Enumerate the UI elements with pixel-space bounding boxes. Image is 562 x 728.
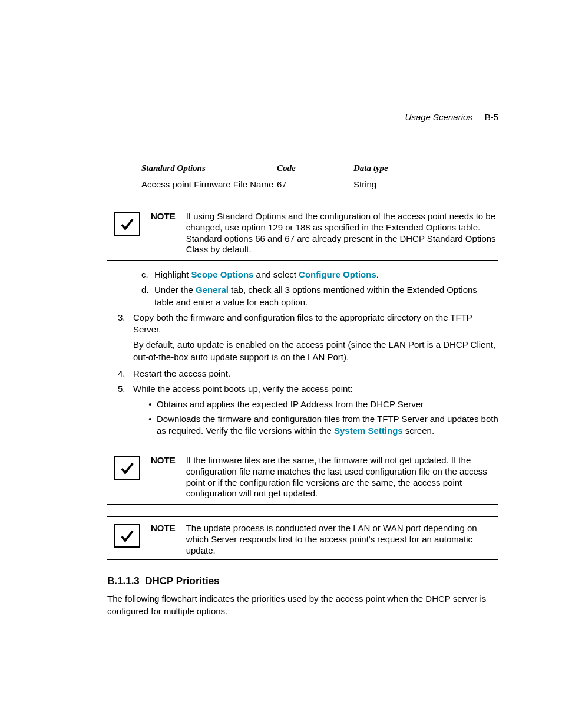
bullet-list: • Obtains and applies the expected IP Ad… <box>107 398 498 437</box>
list-text: Under the General tab, check all 3 optio… <box>154 284 498 308</box>
options-table: Standard Options Code Data type Access p… <box>141 163 459 193</box>
body-paragraph: The following flowchart indicates the pr… <box>107 593 498 617</box>
note-text: If the firmware files are the same, the … <box>186 455 498 499</box>
section-title: DHCP Priorities <box>145 575 219 587</box>
table-cell: Access point Firmware File Name <box>141 179 277 193</box>
note-label: NOTE <box>151 455 176 465</box>
ui-term: Configure Options <box>299 269 376 279</box>
note-text: If using Standard Options and the config… <box>186 211 498 255</box>
header-page-number: B-5 <box>485 112 498 122</box>
checkmark-icon <box>114 456 140 480</box>
list-marker: d. <box>141 284 154 308</box>
list-marker: 3. <box>118 312 133 336</box>
ui-term: Scope Options <box>191 269 254 279</box>
table-cell: String <box>353 179 459 193</box>
checkmark-icon <box>114 524 140 548</box>
bullet-marker: • <box>144 398 157 410</box>
table-header-cell: Code <box>277 163 353 179</box>
page-header: Usage Scenarios B-5 <box>107 112 498 122</box>
list-item: • Downloads the firmware and configurati… <box>144 413 498 437</box>
numbered-list: 3. Copy both the firmware and configurat… <box>107 312 498 396</box>
list-item: • Obtains and applies the expected IP Ad… <box>144 398 498 410</box>
ui-term: System Settings <box>334 426 403 436</box>
list-text: While the access point boots up, verify … <box>133 383 353 395</box>
list-marker: 4. <box>118 368 133 380</box>
note-label: NOTE <box>151 523 176 533</box>
list-text: Obtains and applies the expected IP Addr… <box>157 398 424 410</box>
table-cell: 67 <box>277 179 353 193</box>
sub-paragraph: By default, auto update is enabled on th… <box>133 339 498 363</box>
ui-term: General <box>196 285 229 295</box>
list-text: Downloads the firmware and configuration… <box>157 413 498 437</box>
table-row: Access point Firmware File Name 67 Strin… <box>141 179 459 193</box>
header-section: Usage Scenarios <box>405 112 472 122</box>
table-header-row: Standard Options Code Data type <box>141 163 459 179</box>
list-item: 3. Copy both the firmware and configurat… <box>118 312 498 336</box>
checkmark-icon <box>114 212 140 236</box>
list-marker: 5. <box>118 383 133 395</box>
list-text: Highlight Scope Options and select Confi… <box>154 269 379 281</box>
note-label: NOTE <box>151 211 176 221</box>
note-block: NOTE If using Standard Options and the c… <box>107 205 498 261</box>
note-text: The update process is conducted over the… <box>186 523 498 556</box>
bullet-marker: • <box>144 413 157 437</box>
list-text: Restart the access point. <box>133 368 230 380</box>
section-number: B.1.1.3 <box>107 575 140 587</box>
section-heading: B.1.1.3 DHCP Priorities <box>107 575 498 587</box>
letter-list: c. Highlight Scope Options and select Co… <box>107 269 498 308</box>
list-text: Copy both the firmware and configuration… <box>133 312 498 336</box>
list-marker: c. <box>141 269 154 281</box>
note-block: NOTE If the firmware files are the same,… <box>107 449 498 505</box>
note-block: NOTE The update process is conducted ove… <box>107 516 498 561</box>
list-item: 4. Restart the access point. <box>118 368 498 380</box>
page-content: Usage Scenarios B-5 Standard Options Cod… <box>0 0 562 617</box>
table-header-cell: Standard Options <box>141 163 277 179</box>
list-item: 5. While the access point boots up, veri… <box>118 383 498 395</box>
list-item: d. Under the General tab, check all 3 op… <box>141 284 498 308</box>
list-item: c. Highlight Scope Options and select Co… <box>141 269 498 281</box>
table-header-cell: Data type <box>353 163 459 179</box>
